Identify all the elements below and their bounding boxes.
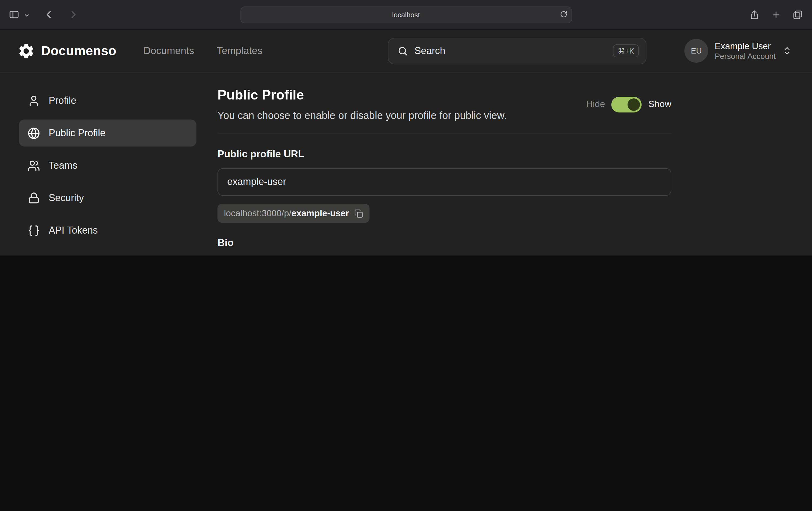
page-title: Public Profile — [218, 87, 507, 103]
sidebar-icon — [9, 9, 20, 20]
forward-button[interactable] — [68, 9, 80, 21]
user-account-type: Personal Account — [715, 52, 776, 61]
documenso-logo-icon — [17, 42, 35, 60]
chevrons-up-down-icon — [782, 46, 792, 56]
page-heading-block: Public Profile You can choose to enable … — [218, 87, 507, 122]
sidebar-menu-chevron-button[interactable] — [24, 11, 30, 18]
reload-icon — [559, 10, 568, 19]
avatar: EU — [684, 39, 708, 63]
search-placeholder: Search — [414, 45, 445, 57]
brand-name: Documenso — [41, 43, 116, 58]
user-name: Example User — [715, 40, 776, 51]
sidebar-item-label: Profile — [49, 95, 76, 106]
sidebar-toggle-button[interactable] — [9, 9, 20, 20]
search-icon — [398, 46, 408, 56]
settings-main: Public Profile You can choose to enable … — [218, 87, 671, 256]
sidebar-item-security[interactable]: Security — [19, 184, 196, 211]
profile-visibility-toggle[interactable] — [612, 96, 642, 112]
new-tab-button[interactable] — [771, 9, 781, 20]
back-button[interactable] — [43, 9, 55, 21]
sidebar-item-profile[interactable]: Profile — [19, 87, 196, 114]
url-preview-text: localhost:3000/p/example-user — [224, 208, 349, 218]
main-nav: Documents Templates — [143, 45, 262, 57]
share-icon — [749, 9, 759, 20]
tabs-icon — [792, 9, 803, 20]
search-shortcut-badge: ⌘+K — [613, 44, 639, 57]
chevron-down-icon — [24, 12, 30, 18]
address-url: localhost — [392, 11, 420, 19]
sidebar-item-label: API Tokens — [49, 225, 98, 236]
sidebar-item-label: Public Profile — [49, 127, 106, 139]
sidebar-item-label: Security — [49, 192, 84, 204]
user-menu[interactable]: EU Example User Personal Account — [684, 39, 792, 63]
reload-button[interactable] — [559, 10, 568, 19]
sidebar-item-public-profile[interactable]: Public Profile — [19, 120, 196, 147]
hide-label: Hide — [586, 99, 605, 110]
braces-icon — [28, 224, 40, 237]
tab-overview-button[interactable] — [792, 9, 803, 20]
share-button[interactable] — [749, 9, 759, 20]
sidebar-item-api-tokens[interactable]: API Tokens — [19, 217, 196, 244]
user-info: Example User Personal Account — [715, 40, 776, 61]
bio-field-label: Bio — [218, 237, 671, 249]
address-bar[interactable]: localhost — [240, 6, 572, 23]
app-header: Documenso Documents Templates Search ⌘+K… — [0, 30, 812, 72]
profile-url-input[interactable] — [218, 168, 671, 196]
lock-icon — [28, 192, 40, 204]
sidebar-item-teams[interactable]: Teams — [19, 152, 196, 179]
chevron-right-icon — [68, 9, 80, 21]
plus-icon — [771, 9, 781, 20]
content: Profile Public Profile Teams Security — [0, 72, 812, 256]
browser-window-controls — [749, 9, 803, 20]
brand[interactable]: Documenso — [17, 42, 116, 60]
user-icon — [28, 94, 40, 107]
search-bar[interactable]: Search ⌘+K — [388, 37, 646, 64]
globe-icon — [28, 127, 40, 139]
sidebar-item-webhooks[interactable]: Webhooks — [19, 249, 196, 256]
url-field-label: Public profile URL — [218, 148, 671, 160]
nav-documents[interactable]: Documents — [143, 45, 194, 57]
chevron-left-icon — [43, 9, 55, 21]
browser-chrome: localhost — [0, 0, 812, 30]
toggle-knob — [628, 98, 640, 111]
settings-sidebar: Profile Public Profile Teams Security — [19, 87, 196, 256]
nav-templates[interactable]: Templates — [217, 45, 262, 57]
app-window: localhost — [0, 0, 812, 256]
show-label: Show — [648, 99, 671, 110]
visibility-toggle-group: Hide Show — [586, 96, 671, 112]
page-subtitle: You can choose to enable or disable your… — [218, 110, 507, 122]
section-divider — [218, 133, 671, 134]
sidebar-item-label: Teams — [49, 160, 77, 171]
users-icon — [28, 159, 40, 172]
copy-url-button[interactable] — [354, 209, 363, 218]
browser-nav-controls — [9, 9, 80, 21]
url-preview-badge: localhost:3000/p/example-user — [218, 204, 370, 223]
copy-icon — [354, 209, 363, 218]
